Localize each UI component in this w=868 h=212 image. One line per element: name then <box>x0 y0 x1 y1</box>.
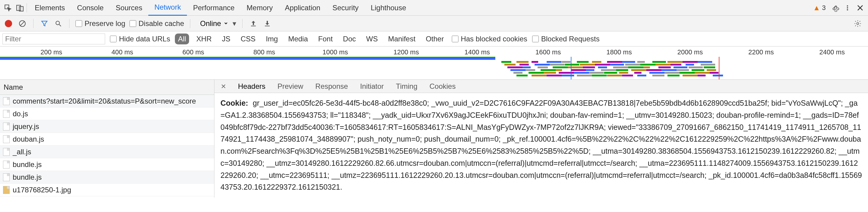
detail-tab-initiator[interactable]: Initiator <box>360 82 384 91</box>
filter-type-css[interactable]: CSS <box>238 33 258 44</box>
timeline-tick: 2200 ms <box>748 48 774 56</box>
gear-icon[interactable] <box>853 19 863 28</box>
tab-memory[interactable]: Memory <box>241 0 279 16</box>
filter-type-media[interactable]: Media <box>285 33 311 44</box>
throttling-select[interactable]: Online <box>196 18 228 29</box>
timeline-tick: 1000 ms <box>322 48 348 56</box>
has-blocked-cookies-checkbox[interactable]: Has blocked cookies <box>452 35 527 43</box>
timeline-segment <box>604 72 617 74</box>
tab-performance[interactable]: Performance <box>187 0 240 16</box>
timeline-segment <box>562 74 574 77</box>
network-detail-panes: Name comments?start=20&limit=20&status=P… <box>0 80 868 198</box>
gear-icon[interactable] <box>831 3 840 13</box>
request-row[interactable]: comments?start=20&limit=20&status=P&sort… <box>0 95 214 108</box>
detail-tab-cookies[interactable]: Cookies <box>430 82 456 91</box>
timeline-segment <box>517 61 529 63</box>
request-row[interactable]: do.js <box>0 108 214 120</box>
timeline-segment <box>668 74 680 77</box>
upload-icon[interactable] <box>249 19 258 28</box>
filter-type-manifest[interactable]: Manifest <box>385 33 418 44</box>
name-column-header[interactable]: Name <box>0 80 214 95</box>
inspect-icon[interactable] <box>3 3 13 13</box>
timeline-tick: 1600 ms <box>535 48 561 56</box>
timeline-tick: 1200 ms <box>394 48 419 56</box>
tab-security[interactable]: Security <box>327 0 365 16</box>
timeline-segment <box>550 64 564 65</box>
clear-icon[interactable] <box>18 19 27 28</box>
timeline-segment <box>601 69 616 71</box>
device-toggle-icon[interactable] <box>15 3 25 13</box>
timeline-segment <box>643 66 650 68</box>
tab-console[interactable]: Console <box>71 0 110 16</box>
request-row[interactable]: u178768250-1.jpg <box>0 184 214 196</box>
timeline-segment <box>589 72 604 74</box>
tab-network[interactable]: Network <box>148 0 187 16</box>
download-icon[interactable] <box>262 19 272 28</box>
record-button[interactable] <box>4 19 13 28</box>
request-name: bundle.js <box>13 173 42 182</box>
timeline-segment <box>698 74 705 77</box>
tab-sources[interactable]: Sources <box>110 0 148 16</box>
request-row[interactable]: bundle.js <box>0 171 214 184</box>
divider <box>190 19 190 28</box>
warnings-badge[interactable]: ▲ 3 <box>811 3 828 13</box>
request-row[interactable]: douban.js <box>0 133 214 146</box>
timeline-segment <box>686 64 694 65</box>
file-icon <box>3 97 10 105</box>
cookie-header-label: Cookie: <box>220 99 248 107</box>
filter-input[interactable] <box>2 33 105 44</box>
timeline-segment <box>713 74 723 77</box>
kebab-icon[interactable] <box>843 3 852 13</box>
file-icon <box>3 135 10 143</box>
headers-content: Cookie: gr_user_id=ec05fc26-5e3d-44f5-bc… <box>214 93 868 198</box>
timeline-segment <box>562 61 570 63</box>
disable-cache-checkbox[interactable]: Disable cache <box>130 19 184 28</box>
timeline-segment <box>598 66 607 68</box>
tab-elements[interactable]: Elements <box>29 0 71 16</box>
detail-tab-preview[interactable]: Preview <box>278 82 303 91</box>
svg-point-8 <box>857 22 859 25</box>
timeline-segment <box>707 69 716 71</box>
cookie-header-value[interactable]: gr_user_id=ec05fc26-5e3d-44f5-bc48-a0d2f… <box>220 99 862 191</box>
filter-type-doc[interactable]: Doc <box>340 33 359 44</box>
blocked-requests-checkbox[interactable]: Blocked Requests <box>532 35 599 43</box>
timeline-overview[interactable]: 200 ms400 ms600 ms800 ms1000 ms1200 ms14… <box>0 47 868 80</box>
detail-tab-timing[interactable]: Timing <box>396 82 417 91</box>
close-icon[interactable] <box>855 3 865 13</box>
filter-type-js[interactable]: JS <box>219 33 234 44</box>
detail-tab-response[interactable]: Response <box>315 82 348 91</box>
request-row[interactable]: _all.js <box>0 146 214 158</box>
tab-lighthouse[interactable]: Lighthouse <box>365 0 412 16</box>
file-icon <box>3 173 10 181</box>
filter-type-other[interactable]: Other <box>423 33 447 44</box>
timeline-segment <box>592 61 601 63</box>
filter-type-xhr[interactable]: XHR <box>193 33 215 44</box>
timeline-segment <box>616 69 628 71</box>
request-name: comments?start=20&limit=20&status=P&sort… <box>13 97 196 105</box>
tab-application[interactable]: Application <box>279 0 326 16</box>
timeline-segment <box>677 69 689 71</box>
timeline-segment <box>619 72 628 74</box>
network-toolbar: Preserve log Disable cache Online ▾ <box>0 16 868 31</box>
timeline-segment <box>671 64 681 65</box>
filter-icon[interactable] <box>39 19 49 28</box>
preserve-log-checkbox[interactable]: Preserve log <box>75 19 125 28</box>
timeline-segment <box>622 61 635 63</box>
timeline-segment <box>637 61 645 63</box>
timeline-segment <box>529 72 546 74</box>
request-name: jquery.js <box>13 122 39 131</box>
timeline-segment <box>646 69 662 71</box>
detail-tab-headers[interactable]: Headers <box>238 82 266 91</box>
timeline-segment <box>674 66 687 68</box>
request-row[interactable]: bundle.js <box>0 158 214 171</box>
filter-type-ws[interactable]: WS <box>363 33 381 44</box>
hide-data-urls-checkbox[interactable]: Hide data URLs <box>110 35 170 43</box>
close-detail-icon[interactable]: × <box>219 82 228 91</box>
filter-type-all[interactable]: All <box>175 33 189 44</box>
filter-type-font[interactable]: Font <box>315 33 336 44</box>
timeline-segment <box>517 74 528 77</box>
request-row[interactable]: jquery.js <box>0 120 214 133</box>
filter-type-img[interactable]: Img <box>263 33 281 44</box>
timeline-tick: 600 ms <box>182 48 204 56</box>
search-icon[interactable] <box>54 19 63 28</box>
